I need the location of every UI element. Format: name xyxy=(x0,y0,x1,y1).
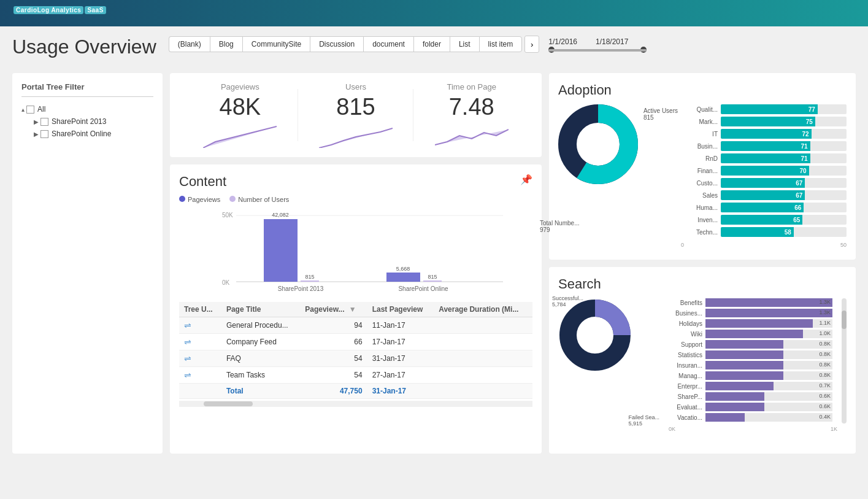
adoption-bar-bg: 71 xyxy=(721,141,847,151)
search-bar-label: Support xyxy=(669,341,705,348)
adoption-bar-row: Mark... 75 xyxy=(687,117,847,126)
search-bar-value: 0.8K xyxy=(819,341,831,347)
search-bar-fill xyxy=(705,382,774,390)
cell-page-title: General Procedu... xyxy=(221,317,300,334)
svg-rect-9 xyxy=(301,280,319,282)
search-bar-row: Evaluat... 0.6K xyxy=(669,403,832,411)
search-bar-value: 0.6K xyxy=(819,393,831,399)
search-scrollbar-thumb[interactable] xyxy=(842,311,847,329)
adoption-bars: Qualit... 77 Mark... 75 IT 72 Busin... 7… xyxy=(687,104,847,239)
filter-tab-blank[interactable]: (Blank) xyxy=(169,36,210,52)
kpi-timeonpage-label: Time on Page xyxy=(413,82,529,91)
tree-arrow-sponline: ▶ xyxy=(34,131,39,137)
adoption-bar-label: RnD xyxy=(687,155,721,162)
adoption-bar-label: IT xyxy=(687,131,721,137)
search-bar-fill xyxy=(705,319,813,328)
adoption-bar-fill: 58 xyxy=(721,227,794,237)
tree-item-sponline[interactable]: ▶ SharePoint Online xyxy=(21,128,153,140)
bar-chart: 50K 0K 42,082 815 5,668 xyxy=(179,208,532,294)
search-bar-label: Wiki xyxy=(669,331,705,338)
total-number-label: Total Numbe... 979 xyxy=(540,220,579,233)
table-row: ⇌ General Procedu... 94 11-Jan-17 xyxy=(179,317,532,334)
cell-icon: ⇌ xyxy=(179,350,221,367)
filter-tab-document[interactable]: document xyxy=(363,36,413,52)
main-layout: Portal Tree Filter ▴ All ▶ SharePoint 20… xyxy=(12,73,856,454)
adoption-bar-fill: 77 xyxy=(721,104,818,114)
cell-icon: ⇌ xyxy=(179,317,221,334)
adoption-bar-row: Custo... 67 xyxy=(687,178,847,188)
date-range: 1/1/2016 1/18/2017 xyxy=(548,37,647,52)
search-bar-bg: 0.8K xyxy=(705,361,832,369)
filter-nav-next[interactable]: › xyxy=(524,36,539,53)
search-bar-row: ShareP... 0.6K xyxy=(669,392,832,401)
cell-pageviews: 54 xyxy=(300,350,367,367)
tree-item-sp2013[interactable]: ▶ SharePoint 2013 xyxy=(21,115,153,128)
tree-item-all[interactable]: ▴ All xyxy=(21,103,153,115)
adoption-bar-bg: 70 xyxy=(721,166,847,176)
search-bar-label: Vacatio... xyxy=(669,414,705,421)
kpi-users-label: Users xyxy=(298,82,414,91)
search-bar-row: Vacatio... 0.4K xyxy=(669,413,832,422)
adoption-bar-row: IT 72 xyxy=(687,129,847,139)
checkbox-all[interactable] xyxy=(26,106,34,114)
cell-page-title: Team Tasks xyxy=(221,367,300,384)
search-scrollbar-track[interactable] xyxy=(842,298,847,424)
search-bar-value: 0.7K xyxy=(819,382,831,389)
adoption-bar-value: 72 xyxy=(802,131,808,137)
kpi-users-chart xyxy=(298,123,414,148)
search-bar-row: Insuran... 0.8K xyxy=(669,361,832,369)
adoption-bar-fill: 65 xyxy=(721,215,802,225)
kpi-pageviews: Pageviews 48K xyxy=(182,82,298,148)
kpi-pageviews-label: Pageviews xyxy=(182,82,298,91)
cell-pageviews: 54 xyxy=(300,367,367,384)
adoption-bar-bg: 66 xyxy=(721,203,847,212)
search-bar-value: 0.8K xyxy=(819,372,831,378)
col-pageviews[interactable]: Pageview... ▼ xyxy=(300,302,367,317)
page-title: Usage Overview xyxy=(12,36,156,58)
search-bar-fill xyxy=(705,403,764,411)
filter-tab-list[interactable]: List xyxy=(450,36,479,52)
adoption-bar-bg: 67 xyxy=(721,190,847,200)
filter-tab-discussion[interactable]: Discussion xyxy=(310,36,363,52)
pin-icon[interactable]: 📌 xyxy=(520,174,532,185)
search-bar-row: Busines... 1.3K xyxy=(669,309,832,317)
search-bars: Benefits 1.3K Busines... 1.3K Holidays 1… xyxy=(669,298,832,424)
table-row: ⇌ FAQ 54 31-Jan-17 xyxy=(179,350,532,367)
filter-tab-listitem[interactable]: list item xyxy=(479,36,523,52)
table-scrollbar-track[interactable] xyxy=(179,401,532,407)
search-bar-value: 0.8K xyxy=(819,362,831,368)
adoption-bar-value: 65 xyxy=(793,217,800,223)
adoption-bar-bg: 67 xyxy=(721,178,847,188)
svg-rect-13 xyxy=(423,280,442,282)
date-end: 1/18/2017 xyxy=(596,37,628,46)
search-bar-label: Holidays xyxy=(669,320,705,327)
tree-label-sp2013: SharePoint 2013 xyxy=(52,117,106,126)
adoption-bar-label: Techn... xyxy=(687,229,721,236)
search-bar-row: Manag... 0.8K xyxy=(669,371,832,380)
kpi-row: Pageviews 48K Users 815 xyxy=(170,73,542,157)
filter-tab-communitysite[interactable]: CommunitySite xyxy=(242,36,310,52)
adoption-bar-label: Finan... xyxy=(687,168,721,174)
cell-avg-duration xyxy=(434,350,532,367)
adoption-bar-fill: 72 xyxy=(721,129,812,139)
adoption-bar-label: Busin... xyxy=(687,143,721,150)
checkbox-sponline[interactable] xyxy=(40,130,48,138)
adoption-bar-row: Techn... 58 xyxy=(687,227,847,237)
adoption-bar-label: Sales xyxy=(687,192,721,199)
search-bar-bg: 0.6K xyxy=(705,403,832,411)
cell-page-title: FAQ xyxy=(221,350,300,367)
filter-tab-blog[interactable]: Blog xyxy=(210,36,242,52)
search-bar-fill xyxy=(705,361,783,369)
cell-last-pageview: 17-Jan-17 xyxy=(367,334,434,350)
search-bar-label: Benefits xyxy=(669,300,705,306)
checkbox-sp2013[interactable] xyxy=(40,118,48,126)
search-bar-bg: 1.0K xyxy=(705,330,832,338)
cell-icon: ⇌ xyxy=(179,367,221,384)
table-row: ⇌ Team Tasks 54 27-Jan-17 xyxy=(179,367,532,384)
adoption-bar-bg: 72 xyxy=(721,129,847,139)
filter-tab-folder[interactable]: folder xyxy=(413,36,450,52)
search-bar-label: Insuran... xyxy=(669,362,705,369)
table-scrollbar-thumb[interactable] xyxy=(204,401,253,406)
search-bar-label: Enterpr... xyxy=(669,383,705,390)
adoption-bar-fill: 71 xyxy=(721,153,810,163)
